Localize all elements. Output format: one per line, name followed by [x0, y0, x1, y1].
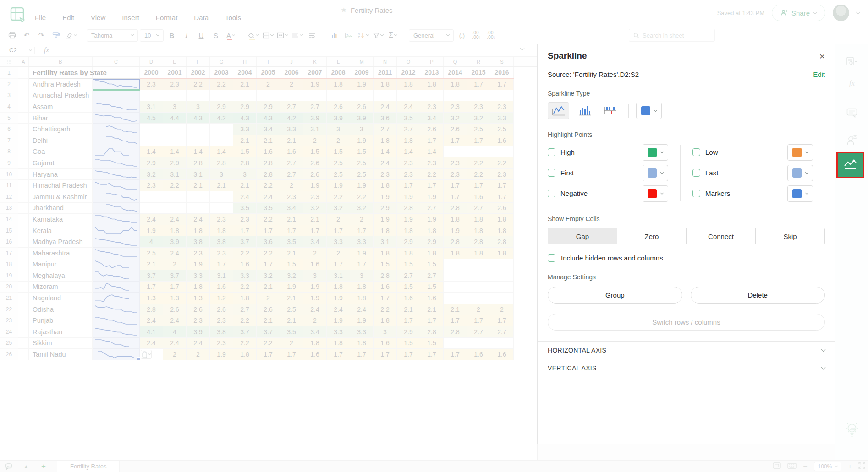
value-cell[interactable]: 2.9 — [374, 203, 397, 214]
select-all-corner[interactable] — [0, 57, 18, 66]
column-header-D[interactable]: D — [140, 57, 163, 66]
menu-tools[interactable]: Tools — [225, 14, 241, 22]
value-cell[interactable]: 1.8 — [374, 225, 397, 237]
value-cell[interactable]: 2.2 — [257, 338, 280, 349]
sparkline-cell[interactable] — [93, 113, 140, 124]
value-cell[interactable]: 2.2 — [467, 169, 490, 180]
comma-format-button[interactable]: (,) — [456, 29, 468, 42]
value-cell[interactable]: 1.5 — [420, 282, 444, 293]
state-cell[interactable]: Jammu & Kashmir — [29, 191, 93, 203]
value-cell[interactable] — [163, 191, 187, 203]
cell[interactable] — [18, 124, 29, 135]
sparkline-cell[interactable] — [93, 79, 140, 90]
column-header-G[interactable]: G — [210, 57, 233, 66]
value-cell[interactable]: 2.6 — [303, 169, 327, 180]
value-cell[interactable]: 1.9 — [374, 214, 397, 225]
value-cell[interactable] — [163, 90, 187, 102]
column-header-B[interactable]: B — [29, 57, 93, 66]
value-cell[interactable]: 2.2 — [257, 180, 280, 191]
value-cell[interactable]: 2.3 — [187, 315, 210, 326]
sparkline-cell[interactable] — [93, 169, 140, 180]
value-cell[interactable]: 2.5 — [490, 124, 514, 135]
value-cell[interactable]: 3 — [187, 101, 210, 113]
value-cell[interactable] — [397, 90, 420, 102]
state-cell[interactable]: Rajasthan — [29, 326, 93, 338]
italic-button[interactable]: I — [180, 29, 193, 42]
sparkline-cell[interactable] — [93, 157, 140, 169]
value-cell[interactable]: 4.2 — [280, 113, 303, 124]
value-cell[interactable]: 1.7 — [420, 315, 444, 326]
value-cell[interactable] — [187, 124, 210, 135]
value-cell[interactable]: 2.3 — [397, 157, 420, 169]
row-number[interactable]: 26 — [0, 349, 18, 360]
column-header-L[interactable]: L — [327, 57, 350, 66]
value-cell[interactable]: 1.5 — [303, 146, 327, 158]
state-cell[interactable]: Delhi — [29, 135, 93, 146]
sheet-title-cell[interactable]: Fertility Rates by State — [29, 67, 93, 79]
value-cell[interactable]: 2.4 — [350, 304, 374, 315]
value-cell[interactable]: 2 — [303, 248, 327, 259]
decrease-decimal-button[interactable]: .00.00↓ — [485, 29, 498, 42]
negative-checkbox[interactable] — [548, 190, 555, 197]
collapse-formula-bar-icon[interactable] — [520, 46, 525, 51]
value-cell[interactable]: 2.9 — [140, 157, 163, 169]
cell[interactable] — [18, 270, 29, 282]
value-cell[interactable]: 2 — [350, 214, 374, 225]
year-cell[interactable]: 2013 — [420, 67, 444, 79]
row-number[interactable]: 9 — [0, 157, 18, 169]
value-cell[interactable]: 1.7 — [280, 225, 303, 237]
row-number[interactable]: 22 — [0, 304, 18, 315]
value-cell[interactable]: 3 — [233, 169, 257, 180]
year-cell[interactable]: 2001 — [163, 67, 187, 79]
state-cell[interactable]: Andhra Pradesh — [29, 79, 93, 90]
value-cell[interactable]: 2.1 — [420, 304, 444, 315]
value-cell[interactable]: 1.7 — [350, 349, 374, 360]
menu-edit[interactable]: Edit — [62, 14, 74, 22]
value-cell[interactable]: 2.8 — [233, 157, 257, 169]
state-cell[interactable]: Gujarat — [29, 157, 93, 169]
value-cell[interactable]: 4.3 — [233, 113, 257, 124]
value-cell[interactable]: 2 — [280, 180, 303, 191]
value-cell[interactable]: 1.9 — [327, 315, 350, 326]
value-cell[interactable]: 1.6 — [467, 191, 490, 203]
row-number[interactable]: 13 — [0, 203, 18, 214]
value-cell[interactable]: 1.9 — [350, 135, 374, 146]
value-cell[interactable]: 2.2 — [257, 248, 280, 259]
state-cell[interactable]: Jharkhand — [29, 203, 93, 214]
column-header-P[interactable]: P — [420, 57, 444, 66]
value-cell[interactable]: 2.7 — [490, 326, 514, 338]
value-cell[interactable]: 2.7 — [233, 304, 257, 315]
row-number[interactable]: 16 — [0, 236, 18, 248]
state-cell[interactable]: Mizoram — [29, 282, 93, 293]
value-cell[interactable]: 2.5 — [467, 124, 490, 135]
value-cell[interactable]: 2.6 — [210, 304, 233, 315]
value-cell[interactable]: 1.8 — [467, 248, 490, 259]
value-cell[interactable]: 3.2 — [280, 270, 303, 282]
sparkline-cell[interactable] — [93, 101, 140, 113]
fit-to-screen-icon[interactable] — [773, 462, 781, 471]
value-cell[interactable] — [303, 90, 327, 102]
value-cell[interactable]: 2.4 — [374, 101, 397, 113]
value-cell[interactable]: 3.5 — [280, 236, 303, 248]
year-cell[interactable]: 2005 — [257, 67, 280, 79]
value-cell[interactable]: 1.8 — [163, 225, 187, 237]
value-cell[interactable] — [444, 338, 467, 349]
value-cell[interactable]: 2.2 — [490, 157, 514, 169]
insert-chart-button[interactable] — [328, 29, 341, 42]
column-header-Q[interactable]: Q — [444, 57, 467, 66]
column-header-N[interactable]: N — [374, 57, 397, 66]
value-cell[interactable]: 2.6 — [350, 101, 374, 113]
value-cell[interactable]: 1.3 — [140, 293, 163, 304]
app-logo-icon[interactable] — [10, 7, 26, 25]
collaborators-icon[interactable] — [835, 135, 868, 146]
value-cell[interactable]: 2.1 — [210, 180, 233, 191]
include-hidden-checkbox[interactable] — [548, 254, 555, 262]
value-cell[interactable]: 2.4 — [374, 157, 397, 169]
value-cell[interactable]: 1.6 — [374, 282, 397, 293]
vertical-axis-accordion[interactable]: VERTICAL AXIS — [538, 359, 835, 377]
value-cell[interactable]: 3.4 — [303, 326, 327, 338]
value-cell[interactable]: 2.5 — [350, 157, 374, 169]
value-cell[interactable]: 1.9 — [420, 214, 444, 225]
cell[interactable] — [18, 304, 29, 315]
value-cell[interactable]: 3.7 — [140, 270, 163, 282]
